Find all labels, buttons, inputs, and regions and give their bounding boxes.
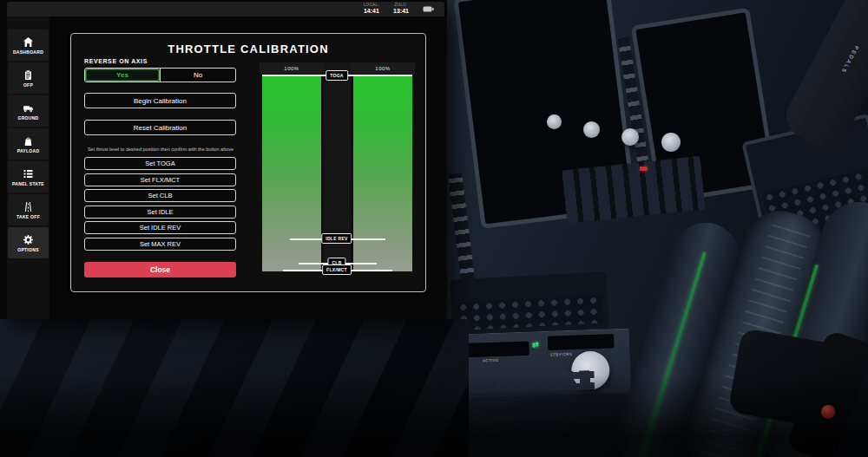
cockpit-floor-shadow bbox=[0, 375, 868, 457]
local-time-value: 14:41 bbox=[364, 8, 379, 14]
efb-window: LOCAL: 14:41 ZULU: 13:41 DASHBOARD OFP bbox=[0, 0, 447, 319]
zulu-time: ZULU: 13:41 bbox=[393, 3, 409, 14]
zulu-time-value: 13:41 bbox=[393, 8, 409, 14]
truck-icon bbox=[23, 102, 34, 114]
efb-content-area: THROTTLE CALIBRATION REVERSE ON AXIS Yes… bbox=[49, 16, 447, 319]
set-max-rev-button[interactable]: Set MAX REV bbox=[84, 238, 236, 251]
set-idle-button[interactable]: Set IDLE bbox=[84, 206, 236, 219]
reverse-no-option[interactable]: No bbox=[160, 69, 235, 82]
runway-icon bbox=[23, 201, 34, 212]
right-throttle-bar bbox=[353, 75, 412, 271]
gear-icon bbox=[23, 234, 34, 245]
battery-icon bbox=[423, 6, 434, 12]
reverse-on-axis-label: REVERSE ON AXIS bbox=[84, 58, 236, 64]
warning-lamp bbox=[640, 166, 648, 171]
sidebar-item-label: DASHBOARD bbox=[13, 49, 43, 55]
mcdu-keyboard bbox=[450, 271, 608, 335]
calibration-controls: REVERSE ON AXIS Yes No Begin Calibration… bbox=[84, 58, 236, 277]
set-idle-rev-button[interactable]: Set IDLE REV bbox=[84, 221, 236, 234]
idle-rev-detent-marker: IDLE REV bbox=[321, 233, 352, 244]
throttle-calibration-panel: THROTTLE CALIBRATION REVERSE ON AXIS Yes… bbox=[70, 33, 426, 292]
reverse-on-axis-toggle: Yes No bbox=[84, 68, 236, 82]
panel-title: THROTTLE CALIBRATION bbox=[71, 42, 425, 55]
sidebar-item-label: TAKE OFF bbox=[16, 214, 40, 219]
rmp-standby-display bbox=[548, 334, 615, 350]
sidebar-item-label: OPTIONS bbox=[17, 247, 39, 252]
pedals-label: PEDALS bbox=[840, 45, 859, 75]
ecam-knob bbox=[621, 128, 639, 146]
sidebar-item-options[interactable]: OPTIONS bbox=[8, 227, 49, 258]
sidebar-item-label: OFP bbox=[23, 82, 33, 88]
sidebar-item-ofp[interactable]: OFP bbox=[8, 62, 49, 94]
efb-sidebar: DASHBOARD OFP GROUND PAYLOAD PANEL STATE… bbox=[7, 16, 49, 319]
sidebar-item-ground[interactable]: GROUND bbox=[8, 95, 49, 127]
calibration-instruction: Set thrust level to desired position the… bbox=[76, 147, 246, 152]
rmp-active-label: ACTIVE bbox=[483, 358, 499, 363]
sidebar-item-payload[interactable]: PAYLOAD bbox=[8, 128, 49, 160]
set-flx-mct-button[interactable]: Set FLX/MCT bbox=[84, 173, 236, 186]
rmp-stby-label: STBY/CRS bbox=[550, 352, 573, 357]
begin-calibration-button[interactable]: Begin Calibration bbox=[84, 93, 236, 108]
rmp-active-display bbox=[464, 342, 529, 358]
payload-bag-icon bbox=[23, 135, 34, 147]
close-button[interactable]: Close bbox=[84, 262, 236, 277]
ecam-knob bbox=[661, 133, 681, 152]
throttle-axis-gauges: 100% 100% TOGA IDLE REV CLB FLX/MCT bbox=[260, 62, 415, 281]
right-throttle-percent: 100% bbox=[351, 62, 415, 74]
left-throttle-bar bbox=[262, 75, 321, 271]
flx-mct-detent-marker: FLX/MCT bbox=[322, 264, 352, 275]
clipboard-icon bbox=[23, 69, 34, 81]
toga-detent-marker: TOGA bbox=[326, 70, 348, 81]
ecam-knob bbox=[547, 114, 562, 129]
mcdu-keys bbox=[457, 294, 604, 330]
sidebar-item-label: PANEL STATE bbox=[12, 181, 44, 186]
efb-top-bar: LOCAL: 14:41 ZULU: 13:41 bbox=[7, 2, 444, 16]
sidebar-item-take-off[interactable]: TAKE OFF bbox=[8, 194, 49, 225]
reverse-yes-option[interactable]: Yes bbox=[85, 69, 160, 82]
local-time: LOCAL: 14:41 bbox=[364, 3, 379, 14]
reset-calibration-button[interactable]: Reset Calibration bbox=[84, 120, 236, 135]
left-throttle-percent: 100% bbox=[260, 62, 324, 74]
set-clb-button[interactable]: Set CLB bbox=[84, 189, 236, 202]
set-toga-button[interactable]: Set TOGA bbox=[84, 157, 236, 170]
sidebar-item-panel-state[interactable]: PANEL STATE bbox=[8, 161, 49, 193]
home-icon bbox=[23, 36, 34, 48]
ecam-knob bbox=[583, 121, 600, 138]
green-transfer-arrows-icon: ⇄ bbox=[532, 340, 539, 349]
sidebar-item-label: GROUND bbox=[17, 115, 38, 121]
list-icon bbox=[23, 168, 34, 180]
simulator-screenshot: { "colors": { "accent_green": "#46b24a",… bbox=[0, 0, 868, 457]
sidebar-item-label: PAYLOAD bbox=[17, 148, 40, 153]
sidebar-item-dashboard[interactable]: DASHBOARD bbox=[8, 29, 49, 61]
